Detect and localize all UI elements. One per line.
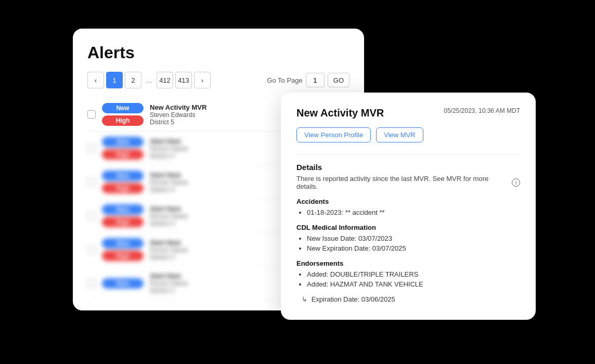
divider [296, 154, 520, 154]
endorsement-sub-1: ↳ Expiration Date: 03/06/2025 [296, 295, 520, 303]
detail-timestamp: 05/25/2023, 10:36 AM MDT [444, 107, 520, 114]
alert-badges: New High [102, 103, 144, 126]
alerts-title: Alerts [87, 43, 350, 62]
accidents-list: 01-18-2023: ** accident ** [296, 209, 520, 216]
alert-info: New Activity MVR Steven Edwards District… [150, 103, 302, 126]
alert-checkbox[interactable] [87, 110, 96, 119]
alert-person: Steven Edwards [150, 111, 302, 119]
cdl-item-1: New Issue Date: 03/07/2023 [307, 235, 520, 242]
endorsement-item-1: Added: DOUBLE/TRIPLE TRAILERS [307, 270, 520, 278]
view-person-profile-button[interactable]: View Person Profile [296, 127, 371, 142]
page-2-button[interactable]: 2 [125, 72, 141, 88]
cdl-title: CDL Medical Information [296, 224, 520, 231]
endorsement-item-2: Added: HAZMAT AND TANK VEHICLE [307, 280, 520, 288]
info-icon: i [512, 178, 520, 187]
detail-title: New Activity MVR [296, 107, 384, 119]
details-section-title: Details [296, 163, 520, 172]
detail-panel: New Activity MVR 05/25/2023, 10:36 AM MD… [281, 93, 536, 320]
goto-label: Go To Page [267, 76, 302, 84]
page-1-button[interactable]: 1 [106, 72, 123, 88]
page-412-button[interactable]: 412 [157, 72, 173, 88]
goto-input[interactable] [306, 73, 325, 87]
cdl-list: New Issue Date: 03/07/2023 New Expiratio… [296, 235, 520, 252]
goto-go-button[interactable]: GO [328, 73, 350, 87]
accident-item-1: 01-18-2023: ** accident ** [307, 209, 520, 216]
alert-type: New Activity MVR [150, 103, 302, 111]
prev-page-button[interactable]: ‹ [87, 72, 104, 88]
details-text: There is reported activity since the las… [296, 175, 520, 190]
alert-district: District 5 [150, 119, 302, 126]
arrow-icon: ↳ [302, 295, 307, 303]
pagination: ‹ 1 2 … 412 413 › Go To Page GO [87, 72, 350, 88]
badge-high: High [102, 115, 144, 126]
detail-actions: View Person Profile View MVR [296, 127, 520, 142]
cdl-item-2: New Expiration Date: 03/07/2025 [307, 244, 520, 252]
view-mvr-button[interactable]: View MVR [376, 127, 423, 142]
goto-page-section: Go To Page GO [267, 73, 350, 87]
detail-header: New Activity MVR 05/25/2023, 10:36 AM MD… [296, 107, 520, 119]
endorsements-title: Endorsements [296, 259, 520, 267]
next-page-button[interactable]: › [194, 72, 211, 88]
endorsements-list: Added: DOUBLE/TRIPLE TRAILERS Added: HAZ… [296, 270, 520, 288]
badge-new: New [102, 103, 144, 113]
page-413-button[interactable]: 413 [175, 72, 192, 88]
accidents-title: Accidents [296, 198, 520, 205]
ellipsis: … [144, 76, 154, 84]
